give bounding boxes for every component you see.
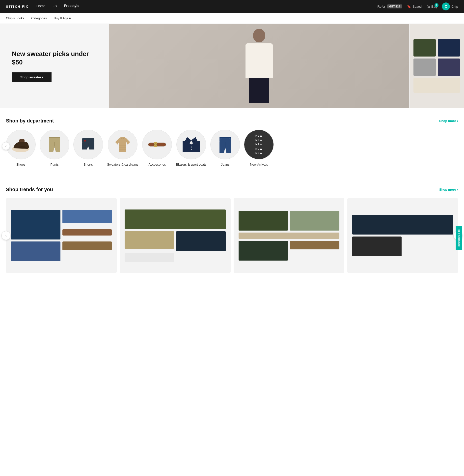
trend-4-shirt: [352, 215, 453, 235]
user-menu[interactable]: C Chip: [442, 2, 458, 10]
nav-link-freestyle[interactable]: Freestyle: [64, 4, 79, 9]
trends-scroll-container: ‹: [6, 198, 458, 273]
trend-3-jacket: [239, 211, 288, 231]
trend-card-3-clothes: [234, 206, 344, 266]
department-item-pants[interactable]: Pants: [40, 130, 69, 167]
pants-icon: [43, 133, 66, 156]
username-label: Chip: [451, 5, 458, 8]
shoes-circle: [6, 130, 36, 159]
department-item-sweaters[interactable]: Sweaters & cardigans: [107, 130, 138, 167]
department-item-shorts[interactable]: Shorts: [73, 130, 103, 167]
hero-image-man: [109, 24, 409, 108]
sub-nav-chips-looks[interactable]: Chip's Looks: [6, 16, 24, 20]
jeans-circle: [210, 130, 240, 159]
department-item-shoes[interactable]: Shoes: [6, 130, 36, 167]
trend-2-shoes: [125, 253, 174, 262]
trend-card-3[interactable]: [234, 198, 344, 273]
shorts-circle: [73, 130, 103, 159]
feedback-tab[interactable]: ✉ Feedback: [456, 226, 462, 250]
nav-link-fix[interactable]: Fix: [53, 4, 57, 9]
trend-3-shirt: [290, 211, 339, 231]
shorts-label: Shorts: [83, 162, 93, 167]
trend-2-hoodie: [125, 231, 174, 249]
accessories-label: Accessories: [148, 162, 166, 167]
hero-image-sweaters: [409, 24, 464, 108]
svg-rect-4: [49, 137, 60, 138]
jeans-label: Jeans: [221, 162, 230, 167]
svg-point-16: [191, 147, 192, 148]
sweater-item-4: [438, 59, 460, 76]
department-section-header: Shop by department Shop more ›: [6, 118, 458, 124]
trends-grid: [6, 198, 458, 273]
trends-shop-more-text: Shop more: [439, 188, 456, 191]
trend-1-shoes: [62, 241, 112, 250]
refer-text: Refer: [377, 5, 385, 8]
trend-card-1[interactable]: [6, 198, 117, 273]
person-head: [253, 29, 265, 42]
svg-rect-20: [219, 137, 231, 138]
svg-rect-15: [155, 144, 156, 146]
department-item-blazers[interactable]: Blazers & sport coats: [176, 130, 206, 167]
refer-badge: GET $25: [387, 4, 402, 8]
bag-button[interactable]: 🛍 2 Bag: [427, 5, 437, 8]
sweater-item-3: [413, 59, 436, 76]
feedback-label: Feedback: [457, 233, 461, 246]
trend-1-jacket: [11, 210, 60, 239]
trend-1-jeans: [11, 241, 60, 261]
nav-link-home[interactable]: Home: [36, 4, 46, 9]
bag-icon: 🛍: [427, 5, 430, 8]
department-item-new-arrivals[interactable]: NEW NEW NEW NEW NEW New Arrivals: [244, 130, 274, 167]
shop-sweaters-button[interactable]: Shop sweaters: [12, 72, 52, 82]
trend-2-pants: [176, 231, 226, 251]
saved-label: Saved: [412, 5, 422, 8]
trends-shop-more-link[interactable]: Shop more ›: [439, 188, 458, 191]
trend-2-sweater: [125, 209, 225, 229]
trend-1-shirt: [62, 210, 112, 223]
department-section-title: Shop by department: [6, 118, 54, 124]
department-list: Shoes Pants: [6, 130, 458, 167]
trend-3-belt: [239, 233, 339, 239]
feedback-icon: ✉: [457, 229, 461, 232]
sweater-item-1: [413, 39, 436, 57]
blazers-circle: [176, 130, 206, 159]
top-navigation: STITCH FIX Home Fix Freestyle Refer GET …: [0, 0, 464, 13]
person-sweater: [246, 43, 273, 78]
svg-rect-7: [84, 140, 86, 141]
sub-navigation: Chip's Looks Categories Buy It Again: [0, 13, 464, 24]
chevron-left-icon: ‹: [5, 144, 7, 148]
trend-card-1-clothes: [6, 205, 117, 266]
belt-icon: [146, 133, 168, 156]
shoe-icon: [10, 133, 32, 156]
refer-button[interactable]: Refer GET $25: [377, 4, 402, 8]
new-arrivals-label: New Arrivals: [250, 162, 268, 167]
dept-scroll-left-arrow[interactable]: ‹: [2, 142, 10, 150]
svg-point-17: [191, 149, 192, 150]
blazers-label: Blazers & sport coats: [176, 162, 206, 167]
department-shop-more-text: Shop more: [439, 119, 456, 123]
department-scroll-container: ‹ Shoes: [6, 130, 458, 167]
trends-scroll-left-arrow[interactable]: ‹: [1, 231, 10, 240]
department-item-accessories[interactable]: Accessories: [142, 130, 172, 167]
sweaters-circle: [108, 130, 137, 159]
sub-nav-buy-it-again[interactable]: Buy It Again: [54, 16, 71, 20]
svg-point-1: [18, 146, 27, 149]
person-pants: [249, 78, 269, 103]
sweater-item-5: [413, 78, 460, 93]
sub-nav-categories[interactable]: Categories: [31, 16, 47, 20]
trend-card-4[interactable]: [347, 198, 458, 273]
department-item-jeans[interactable]: Jeans: [210, 130, 240, 167]
shorts-icon: [77, 133, 99, 156]
hero-section: New sweater picks under $50 Shop sweater…: [0, 24, 464, 108]
saved-button[interactable]: 🔖 Saved: [407, 5, 422, 8]
nav-right: Refer GET $25 🔖 Saved 🛍 2 Bag C Chip: [377, 2, 458, 10]
department-shop-more-link[interactable]: Shop more ›: [439, 119, 458, 123]
trends-chevron-left-icon: ‹: [5, 234, 7, 238]
trend-card-2[interactable]: [120, 198, 230, 273]
sweater-item-2: [438, 39, 460, 57]
chevron-right-icon: ›: [457, 119, 458, 123]
trend-4-pants: [352, 237, 402, 256]
trends-section-title: Shop trends for you: [6, 187, 53, 192]
shoes-label: Shoes: [16, 162, 26, 167]
brand-logo[interactable]: STITCH FIX: [6, 5, 28, 8]
shop-by-department-section: Shop by department Shop more › ‹ Sho: [0, 108, 464, 177]
